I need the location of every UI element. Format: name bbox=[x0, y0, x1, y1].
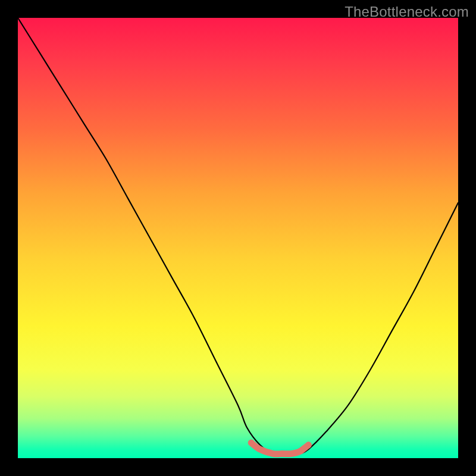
chart-frame: TheBottleneck.com bbox=[0, 0, 476, 476]
curve-line bbox=[18, 18, 458, 455]
watermark-text: TheBottleneck.com bbox=[345, 4, 469, 20]
chart-overlay bbox=[18, 18, 458, 458]
plot-area bbox=[18, 18, 458, 458]
